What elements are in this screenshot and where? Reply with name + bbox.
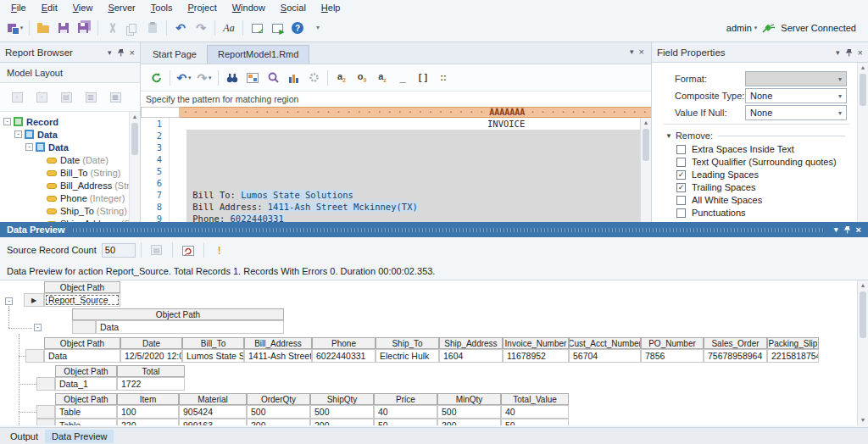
scroll-thumb[interactable] [860,291,866,338]
panel-dropdown-icon[interactable]: ▾ [108,48,112,57]
composite-type-select[interactable]: None▾ [745,88,847,103]
collapse-nodes-icon[interactable]: ▫ [32,88,51,107]
open-icon[interactable] [34,19,53,37]
checkbox-all-white-spaces[interactable]: All White Spaces [676,194,762,206]
preview-cell[interactable]: 2215818754 [767,349,819,363]
preview-column-header[interactable]: Packing_Slip [767,337,819,349]
grid-disabled-icon[interactable]: ▤ [147,241,166,259]
close-icon[interactable]: × [856,225,861,235]
redo-icon[interactable]: ↷ [192,19,210,37]
object-path-header[interactable]: Object Path [72,308,284,320]
menu-social[interactable]: Social [273,2,314,14]
refresh-preview-icon[interactable] [179,241,198,259]
document-line[interactable] [171,130,640,142]
data-node-cell[interactable]: Data [96,320,284,334]
preview-column-header[interactable]: Object Path [55,393,117,405]
expander-icon[interactable]: - [14,130,22,138]
redo-small-icon[interactable]: ↷▾ [195,69,214,87]
scroll-up-icon[interactable]: ▲ [858,280,868,291]
value-if-null-select[interactable]: None▾ [745,105,847,120]
preview-column-header[interactable]: Invoice_Number [503,337,569,349]
tree-item-bill_to[interactable]: Bill_To(String) [0,166,140,179]
checkbox-trailing-spaces[interactable]: ✓Trailing Spaces [676,181,755,193]
scroll-thumb[interactable] [643,129,649,161]
document-line[interactable]: Bill To: Lumos State Solutions [171,189,640,201]
source-record-count-input[interactable] [102,243,136,258]
checkbox-icon[interactable] [676,208,686,218]
row-selector[interactable] [36,405,55,419]
menu-view[interactable]: View [65,2,101,14]
scroll-down-icon[interactable]: ▼ [858,415,868,425]
preview-cell[interactable]: 999163 [179,419,247,425]
preview-cell[interactable]: 40 [374,405,437,419]
tree-scrollbar[interactable]: ▲ [129,112,140,222]
document-line[interactable]: INVOICE [171,118,640,130]
preview-cell[interactable]: 200 [247,419,310,425]
report-source-cell[interactable]: Report_Source [44,293,120,307]
user-menu[interactable]: admin ▾ [726,23,757,33]
scroll-thumb[interactable] [131,123,138,155]
preview-column-header[interactable]: PO_Number [641,337,704,349]
validate-window-icon[interactable]: ✓ [248,19,266,37]
menu-help[interactable]: Help [314,2,348,14]
preview-column-header[interactable]: Price [374,393,437,405]
preview-column-header[interactable]: Item [117,393,179,405]
paste-icon[interactable] [143,19,162,37]
row-selector[interactable] [72,320,96,334]
undo-icon[interactable]: ↶ [171,19,190,37]
preview-column-header[interactable]: Object Path [55,365,117,377]
preview-cell[interactable]: 75678958964 [704,349,767,363]
preview-column-header[interactable]: Phone [312,337,376,349]
menu-file[interactable]: File [3,2,34,14]
expander-icon[interactable]: - [3,118,11,125]
preview-cell[interactable]: 6022440331 [312,349,376,363]
panel-dropdown-icon[interactable]: ▾ [834,225,838,234]
tab-start-page[interactable]: Start Page [142,46,207,64]
copy-icon[interactable] [123,19,142,37]
row-marker[interactable]: ▶ [24,293,44,307]
field-properties-tool-icon[interactable]: ▤ [57,88,75,107]
pin-icon[interactable] [117,48,125,57]
tab-reportmodel1-rmd[interactable]: ReportModel1.Rmd [207,45,309,64]
preview-cell[interactable]: 200 [437,419,501,425]
checkbox-text-qualifier-surrounding-quo[interactable]: Text Qualifier (Surrounding quotes) [676,156,837,168]
menu-tools[interactable]: Tools [143,2,181,14]
document-line[interactable] [171,153,640,165]
preview-cell[interactable]: 500 [247,405,310,419]
find-icon[interactable] [223,69,242,87]
match-number-icon[interactable]: o9 [353,69,371,87]
preview-column-header[interactable]: Material [179,393,247,405]
checkbox-checked-icon[interactable]: ✓ [676,183,686,192]
checkbox-extra-spaces-inside-text[interactable]: Extra Spaces Inside Text [676,143,794,155]
pin-icon[interactable] [843,225,851,234]
show-errors-icon[interactable]: ! [210,241,229,259]
field-chart-icon[interactable] [284,69,303,87]
match-case-icon[interactable]: az [373,69,392,87]
tree-item-data[interactable]: -Data [0,141,140,153]
document-line[interactable]: Bill Address: 1411-Ash Street Mckinney(T… [171,201,640,213]
tree-item-bill_address[interactable]: Bill_Address(String [0,179,140,191]
preview-column-header[interactable]: Bill_To [182,337,244,349]
object-path-header[interactable]: Object Path [44,281,120,293]
document-line[interactable] [171,165,640,177]
preview-column-header[interactable]: Ship_To [376,337,439,349]
preview-cell[interactable]: 905424 [179,405,247,419]
row-selector[interactable] [25,349,44,363]
tree-item-data[interactable]: -Data [0,128,140,141]
remove-group-header[interactable]: ▼ Remove: [665,130,845,141]
checkbox-icon[interactable] [676,158,686,167]
preview-cell[interactable]: 40 [501,405,569,419]
match-underscore-icon[interactable]: _ [393,69,412,87]
drag-grip[interactable] [73,228,826,232]
preview-cell[interactable]: Data_1 [55,377,117,391]
panel-dropdown-icon[interactable]: ▾ [836,48,840,57]
model-layout-tab[interactable]: Model Layout [0,63,140,83]
checkbox-leading-spaces[interactable]: ✓Leading Spaces [676,169,759,180]
preview-column-header[interactable]: Total_Value [501,393,569,405]
preview-cell[interactable]: Electric Hulk [376,349,439,363]
match-options-icon[interactable]: :: [434,69,453,87]
preview-cell[interactable]: 56704 [569,349,641,363]
menu-window[interactable]: Window [225,2,273,14]
preview-cell[interactable]: 500 [437,405,501,419]
new-report-icon[interactable]: ▾ [6,19,25,37]
